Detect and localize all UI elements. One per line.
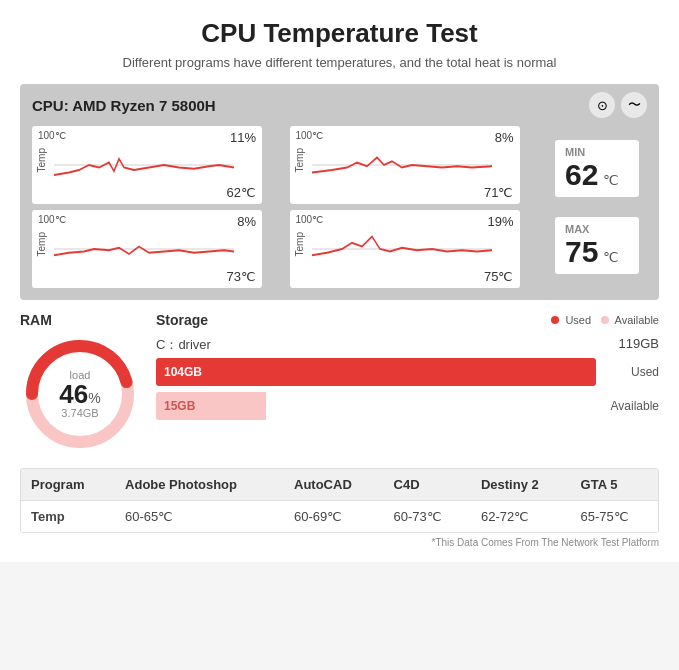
row-autocad: 60-69℃ (284, 501, 384, 533)
min-value-row: 62 ℃ (565, 158, 629, 191)
cpu-header: CPU: AMD Ryzen 7 5800H ⊙ 〜 (32, 92, 647, 118)
storage-used-label: Used (604, 365, 659, 379)
page-title: CPU Temperature Test (20, 18, 659, 49)
legend-avail: Available (601, 314, 659, 326)
row-c4d: 60-73℃ (384, 501, 471, 533)
col-c4d: C4D (384, 469, 471, 501)
min-unit: ℃ (603, 172, 619, 188)
col-photoshop: Adobe Photoshop (115, 469, 284, 501)
drive-label: C：driver (156, 336, 211, 354)
max-block: MAX 75 ℃ (555, 217, 639, 274)
storage-used-bar-outer: 104GB (156, 358, 596, 386)
col-program: Program (21, 469, 115, 501)
storage-avail-bar-row: 15GB Available (156, 392, 659, 420)
cpu-icons: ⊙ 〜 (589, 92, 647, 118)
drive-total: 119GB (619, 336, 659, 354)
storage-title: Storage (156, 312, 208, 328)
cpu-section: CPU: AMD Ryzen 7 5800H ⊙ 〜 100℃ Temp 11%… (20, 84, 659, 300)
legend-used-dot (551, 316, 559, 324)
graph-4-temp-label: Temp (294, 232, 305, 256)
storage-used-bar: 104GB (156, 358, 596, 386)
graph-3-temp-label: Temp (294, 148, 305, 172)
col-destiny2: Destiny 2 (471, 469, 571, 501)
programs-table: Program Adobe Photoshop AutoCAD C4D Dest… (21, 469, 658, 532)
storage-legend: Used Available (551, 314, 659, 326)
cpu-graphs: 100℃ Temp 11% 62℃ 100℃ Temp 8% (32, 126, 647, 288)
table-header-row: Program Adobe Photoshop AutoCAD C4D Dest… (21, 469, 658, 501)
donut-text: load 46% 3.74GB (59, 369, 100, 419)
graph-card-3: 100℃ Temp 8% 71℃ (290, 126, 520, 204)
footnote: *This Data Comes From The Network Test P… (20, 537, 659, 548)
donut-gb: 3.74GB (59, 407, 100, 419)
row-gta5: 65-75℃ (571, 501, 658, 533)
wave-icon-btn[interactable]: 〜 (621, 92, 647, 118)
row-destiny2: 62-72℃ (471, 501, 571, 533)
graph-1-area (54, 140, 234, 190)
max-value-row: 75 ℃ (565, 235, 629, 268)
bottom-section: RAM load 46% 3.74GB S (20, 312, 659, 454)
storage-avail-gb: 15GB (164, 399, 195, 413)
storage-drive-row: C：driver 119GB (156, 336, 659, 354)
donut-pct-sym: % (88, 390, 100, 406)
graphs-left: 100℃ Temp 11% 62℃ 100℃ Temp 8% (32, 126, 284, 288)
graph-4-area (312, 224, 492, 274)
storage-section: Storage Used Available C：driver 119GB (156, 312, 659, 426)
storage-used-bar-row: 104GB Used (156, 358, 659, 386)
max-unit: ℃ (603, 249, 619, 265)
donut-container: load 46% 3.74GB (20, 334, 140, 454)
storage-avail-bar-outer: 15GB (156, 392, 596, 420)
table-row: Temp 60-65℃ 60-69℃ 60-73℃ 62-72℃ 65-75℃ (21, 501, 658, 533)
ram-title: RAM (20, 312, 52, 328)
col-autocad: AutoCAD (284, 469, 384, 501)
graph-2-area (54, 224, 234, 274)
min-value: 62 (565, 158, 598, 191)
legend-used: Used (551, 314, 591, 326)
table-section: Program Adobe Photoshop AutoCAD C4D Dest… (20, 468, 659, 533)
storage-header: Storage Used Available (156, 312, 659, 328)
graph-2-temp-label: Temp (36, 232, 47, 256)
graph-1-temp-label: Temp (36, 148, 47, 172)
page-subtitle: Different programs have different temper… (20, 55, 659, 70)
row-label: Temp (21, 501, 115, 533)
cpu-label: CPU: AMD Ryzen 7 5800H (32, 97, 216, 114)
graphs-right: 100℃ Temp 8% 71℃ 100℃ Temp 19% (290, 126, 542, 288)
max-label: MAX (565, 223, 629, 235)
donut-pct: 46 (59, 379, 88, 409)
graph-card-2: 100℃ Temp 8% 73℃ (32, 210, 262, 288)
col-gta5: GTA 5 (571, 469, 658, 501)
graph-3-pct: 8% (495, 130, 514, 145)
graph-card-4: 100℃ Temp 19% 75℃ (290, 210, 520, 288)
min-block: MIN 62 ℃ (555, 140, 639, 197)
min-label: MIN (565, 146, 629, 158)
min-max-panel: MIN 62 ℃ MAX 75 ℃ (547, 126, 647, 288)
timer-icon-btn[interactable]: ⊙ (589, 92, 615, 118)
storage-avail-bar: 15GB (156, 392, 266, 420)
donut-pct-row: 46% (59, 381, 100, 407)
graph-2-pct: 8% (237, 214, 256, 229)
legend-avail-dot (601, 316, 609, 324)
main-container: CPU Temperature Test Different programs … (0, 0, 679, 562)
graph-3-area (312, 140, 492, 190)
storage-avail-label: Available (604, 399, 659, 413)
graph-card-1: 100℃ Temp 11% 62℃ (32, 126, 262, 204)
storage-used-gb: 104GB (164, 365, 202, 379)
row-photoshop: 60-65℃ (115, 501, 284, 533)
ram-section: RAM load 46% 3.74GB (20, 312, 140, 454)
max-value: 75 (565, 235, 598, 268)
